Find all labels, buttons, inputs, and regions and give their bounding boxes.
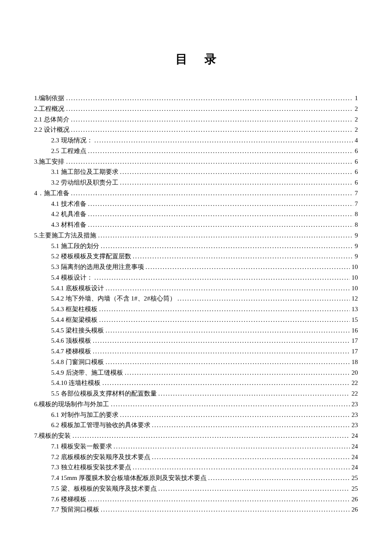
toc-page-number: 23: [352, 420, 358, 431]
toc-leader-dots: [133, 462, 350, 473]
toc-leader-dots: [101, 504, 350, 515]
toc-label: 7.6 楼梯模板: [51, 494, 86, 505]
toc-page-number: 24: [352, 441, 358, 452]
toc-label: 2.2 设计概况: [34, 124, 69, 135]
toc-entry: 5.1 施工段的划分9: [34, 241, 358, 251]
toc-page-number: 4: [355, 135, 358, 146]
toc-page-number: 8: [355, 209, 358, 220]
toc-label: 7.2 底板模板的安装顺序及技术要点: [51, 452, 150, 462]
toc-leader-dots: [106, 357, 350, 367]
toc-entry: 4.3 材料准备8: [34, 220, 358, 230]
toc-page-number: 9: [355, 241, 358, 251]
toc-page-number: 8: [355, 220, 358, 230]
toc-entry: 7.4 15mm 厚覆膜木胶合板墙体配板原则及安装技术要点25: [34, 473, 358, 483]
toc-label: 6.模板的现场制作与外加工: [34, 399, 109, 410]
toc-entry: 5.4 模板设计：10: [34, 272, 358, 283]
toc-leader-dots: [88, 146, 353, 156]
toc-label: 5.4.6 顶板模板: [51, 335, 91, 346]
toc-label: 5.3 隔离剂的选用及使用注意事项: [51, 262, 144, 272]
toc-leader-dots: [71, 124, 353, 135]
toc-entry: 3.施工安排6: [34, 156, 358, 167]
toc-leader-dots: [66, 156, 353, 167]
toc-leader-dots: [98, 230, 353, 241]
toc-label: 4.2 机具准备: [51, 209, 86, 220]
toc-leader-dots: [152, 420, 350, 431]
toc-page-number: 6: [355, 167, 358, 177]
toc-page-number: 24: [352, 431, 358, 441]
toc-leader-dots: [93, 346, 350, 357]
toc-page-number: 25: [352, 483, 358, 494]
toc-leader-dots: [114, 441, 350, 452]
toc-entry: 5.4.1 底板模板设计10: [34, 283, 358, 294]
toc-label: 5.4.2 地下外墙、内墙（不含 1#、2#核心筒）: [51, 293, 176, 304]
toc-leader-dots: [95, 272, 350, 283]
toc-label: 1.编制依据: [34, 93, 64, 104]
toc-page-number: 20: [352, 367, 358, 378]
toc-entry: 5.3 隔离剂的选用及使用注意事项10: [34, 262, 358, 272]
toc-entry: 2.5 工程难点6: [34, 146, 358, 156]
toc-label: 5.4.1 底板模板设计: [51, 283, 104, 294]
toc-entry: 7.1 模板安装一般要求24: [34, 441, 358, 452]
toc-leader-dots: [88, 209, 353, 220]
toc-page-number: 1: [355, 93, 358, 104]
toc-entry: 7.3 独立柱模板安装技术要点24: [34, 462, 358, 473]
toc-label: 3.施工安排: [34, 156, 64, 167]
toc-page-number: 24: [352, 452, 358, 462]
toc-page-number: 9: [355, 230, 358, 241]
toc-label: 5.4 模板设计：: [51, 272, 93, 283]
toc-label: 2.5 工程难点: [51, 146, 86, 156]
toc-page-number: 16: [352, 325, 358, 336]
toc-page-number: 26: [352, 494, 358, 505]
toc-page-number: 9: [355, 251, 358, 262]
toc-leader-dots: [120, 167, 353, 177]
toc-label: 5.4.10 连墙柱模板: [51, 378, 101, 388]
toc-leader-dots: [99, 304, 350, 315]
toc-entry: 3.2 劳动组织及职责分工6: [34, 177, 358, 188]
toc-leader-dots: [159, 483, 350, 494]
toc-page-number: 12: [352, 293, 358, 304]
toc-label: 5.4.9 后浇带、施工缝模板: [51, 367, 123, 378]
toc-page-number: 22: [352, 388, 358, 399]
toc-leader-dots: [88, 220, 353, 230]
toc-page-number: 13: [352, 304, 358, 315]
toc-entry: 3.1 施工部位及工期要求6: [34, 167, 358, 177]
toc-label: 7.1 模板安装一般要求: [51, 441, 112, 452]
toc-page-number: 2: [355, 104, 358, 114]
toc-page-number: 2: [355, 124, 358, 135]
toc-leader-dots: [66, 104, 353, 114]
toc-page-number: 10: [352, 272, 358, 283]
toc-page-number: 23: [352, 399, 358, 410]
toc-leader-dots: [95, 135, 353, 146]
toc-label: 7.5 梁、板模板的安装顺序及技术要点: [51, 483, 157, 494]
toc-entry: 4.2 机具准备8: [34, 209, 358, 220]
toc-entry: 2.2 设计概况2: [34, 124, 358, 135]
toc-entry: 5.5 各部位模板及支撑材料的配置数量22: [34, 388, 358, 399]
toc-label: 7.4 15mm 厚覆膜木胶合板墙体配板原则及安装技术要点: [51, 473, 207, 483]
toc-entry: 7.6 楼梯模板26: [34, 494, 358, 505]
toc-page-number: 23: [352, 410, 358, 420]
toc-leader-dots: [133, 251, 353, 262]
toc-leader-dots: [71, 188, 353, 199]
toc-leader-dots: [72, 431, 350, 441]
toc-leader-dots: [146, 262, 350, 272]
toc-leader-dots: [152, 452, 350, 462]
toc-entry: 4．施工准备7: [34, 188, 358, 199]
toc-leader-dots: [159, 388, 350, 399]
toc-entry: 5.4.5 梁柱接头模板16: [34, 325, 358, 336]
toc-leader-dots: [99, 315, 350, 325]
toc-page-number: 26: [352, 504, 358, 515]
toc-leader-dots: [125, 367, 350, 378]
toc-entry: 6.模板的现场制作与外加工23: [34, 399, 358, 410]
page-title: 目录: [34, 51, 358, 67]
toc-page-number: 2: [355, 114, 358, 125]
toc-entry: 5.4.6 顶板模板17: [34, 335, 358, 346]
toc-label: 7.模板的安装: [34, 431, 71, 441]
toc-page-number: 17: [352, 335, 358, 346]
toc-label: 6.1 对制作与加工的要求: [51, 410, 118, 420]
toc-page-number: 22: [352, 378, 358, 388]
toc-label: 3.1 施工部位及工期要求: [51, 167, 118, 177]
toc-entry: 5.4.2 地下外墙、内墙（不含 1#、2#核心筒）12: [34, 293, 358, 304]
toc-leader-dots: [208, 473, 350, 483]
toc-page-number: 6: [355, 146, 358, 156]
toc-leader-dots: [106, 325, 350, 336]
